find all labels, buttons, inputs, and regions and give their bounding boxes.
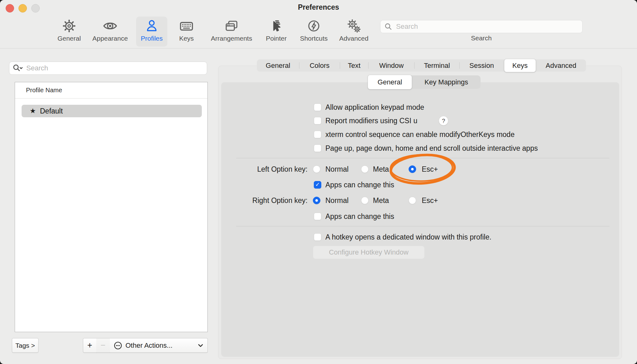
other-actions-icon <box>114 341 122 350</box>
windows-icon <box>224 18 239 34</box>
checkbox-csi-u[interactable] <box>314 117 321 124</box>
toolbar-search-field[interactable] <box>380 20 583 33</box>
right-option-key-label: Right Option key: <box>219 196 308 205</box>
checkbox-label: Report modifiers using CSI u <box>325 117 417 125</box>
radio-label: Esc+ <box>422 165 438 174</box>
tab-text[interactable]: Text <box>340 59 368 72</box>
help-button[interactable]: ? <box>439 116 448 126</box>
toolbar-item-shortcuts[interactable]: Shortcuts <box>298 17 329 47</box>
checkbox-label: Apps can change this <box>325 181 394 189</box>
checkbox-modify-other-keys[interactable] <box>314 131 321 138</box>
preferences-window: Preferences General Appearance <box>0 0 637 364</box>
checkbox-label: Apps can change this <box>325 212 394 221</box>
toolbar-item-pointer[interactable]: Pointer <box>264 17 289 47</box>
profile-list-header: Profile Name <box>15 82 207 99</box>
toolbar-label: Pointer <box>266 35 287 42</box>
toolbar-label: General <box>58 35 81 42</box>
row-right-option-key: Right Option key: Normal Meta Esc+ <box>0 196 637 205</box>
radio-label: Meta <box>373 165 389 174</box>
row-keypad-mode: Allow application keypad mode <box>0 103 637 112</box>
left-option-key-label: Left Option key: <box>219 165 308 174</box>
profile-tab-bar: General Colors Text Window Terminal Sess… <box>257 59 586 72</box>
tab-advanced[interactable]: Advanced <box>536 59 586 72</box>
configure-hotkey-window-button: Configure Hotkey Window <box>313 246 425 259</box>
tab-keys[interactable]: Keys <box>504 59 536 72</box>
eye-icon <box>102 18 118 34</box>
checkbox-right-apps-can-change[interactable] <box>314 213 321 220</box>
add-profile-button[interactable]: + <box>83 338 97 353</box>
tab-colors[interactable]: Colors <box>299 59 340 72</box>
toolbar-label: Advanced <box>339 35 368 42</box>
window-title: Preferences <box>0 3 637 12</box>
radio-left-meta[interactable] <box>361 165 369 173</box>
radio-right-normal[interactable] <box>313 197 320 204</box>
remove-profile-button: − <box>96 338 110 353</box>
subtab-general[interactable]: General <box>368 75 412 89</box>
toolbar-item-arrangements[interactable]: Arrangements <box>210 17 253 47</box>
other-actions-dropdown[interactable]: Other Actions... <box>110 338 208 353</box>
row-left-option-key: Left Option key: Normal Meta Esc+ <box>0 164 637 174</box>
profile-search-input[interactable] <box>26 64 204 73</box>
lightning-icon <box>306 18 321 34</box>
profile-search-field[interactable] <box>9 62 207 75</box>
toolbar-search-input[interactable] <box>395 22 578 31</box>
checkbox-left-apps-can-change[interactable] <box>314 181 321 189</box>
toolbar-item-appearance[interactable]: Appearance <box>91 17 129 47</box>
toolbar-label: Profiles <box>141 35 163 42</box>
row-csi-u: Report modifiers using CSI u ? <box>0 116 637 125</box>
tab-session[interactable]: Session <box>460 59 504 72</box>
row-page-scroll: Page up, page down, home and end scroll … <box>0 144 637 153</box>
radio-right-esc[interactable] <box>409 197 416 204</box>
checkbox-keypad-mode[interactable] <box>314 104 321 111</box>
row-right-apps-can-change: Apps can change this <box>0 212 637 221</box>
radio-left-esc[interactable] <box>409 165 416 173</box>
gears-icon <box>346 18 362 34</box>
person-icon <box>144 18 159 34</box>
checkbox-hotkey-window[interactable] <box>314 233 321 241</box>
tab-terminal[interactable]: Terminal <box>415 59 459 72</box>
keys-subtab-bar: General Key Mappings <box>368 75 481 89</box>
checkbox-label: Page up, page down, home and end scroll … <box>325 144 538 153</box>
toolbar-search-caption: Search <box>380 34 583 42</box>
checkbox-page-scroll[interactable] <box>314 144 321 152</box>
checkbox-label: xterm control sequence can enable modify… <box>325 130 515 139</box>
radio-label: Normal <box>325 165 349 174</box>
other-actions-label: Other Actions... <box>125 341 172 350</box>
toolbar-item-profiles[interactable]: Profiles <box>136 17 167 47</box>
radio-label: Esc+ <box>422 196 438 205</box>
toolbar-divider <box>0 48 637 48</box>
keyboard-icon <box>178 18 195 34</box>
gear-icon <box>62 18 77 34</box>
row-hotkey: A hotkey opens a dedicated window with t… <box>0 232 637 242</box>
radio-label: Normal <box>325 196 349 205</box>
radio-label: Meta <box>373 196 389 205</box>
search-icon <box>384 23 392 31</box>
toolbar-label: Arrangements <box>211 35 252 42</box>
radio-left-normal[interactable] <box>313 165 320 173</box>
search-scope-icon[interactable] <box>13 64 23 73</box>
toolbar-label: Shortcuts <box>300 35 328 42</box>
row-left-apps-can-change: Apps can change this <box>0 180 637 190</box>
toolbar-label: Keys <box>179 35 194 42</box>
screen: Preferences General Appearance <box>0 0 637 364</box>
checkbox-label: A hotkey opens a dedicated window with t… <box>325 233 492 241</box>
row-modify-other-keys: xterm control sequence can enable modify… <box>0 130 637 139</box>
divider <box>236 158 609 158</box>
toolbar-label: Appearance <box>92 35 128 42</box>
tab-general[interactable]: General <box>257 59 299 72</box>
tab-window[interactable]: Window <box>369 59 414 72</box>
toolbar-item-general[interactable]: General <box>55 17 83 47</box>
toolbar-item-keys[interactable]: Keys <box>177 17 196 47</box>
toolbar-item-advanced[interactable]: Advanced <box>338 17 369 47</box>
tags-button[interactable]: Tags > <box>12 338 38 353</box>
checkbox-label: Allow application keypad mode <box>325 103 424 112</box>
divider <box>236 226 609 226</box>
radio-right-meta[interactable] <box>361 197 369 204</box>
chevron-down-icon <box>197 343 204 348</box>
subtab-key-mappings[interactable]: Key Mappings <box>412 75 481 89</box>
pointer-icon <box>269 18 284 34</box>
